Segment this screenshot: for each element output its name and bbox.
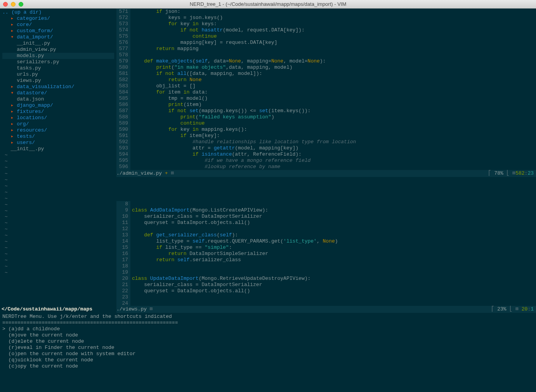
menu-item[interactable]: (d)elete the current node xyxy=(2,338,534,345)
box-icon: ⊠ xyxy=(515,306,519,312)
line-number: 588 xyxy=(116,114,130,120)
line-number: 23 xyxy=(116,294,130,300)
code-line[interactable]: 16 return DataImportSimpleSerializer xyxy=(116,251,536,257)
nerdtree-item[interactable]: data.json xyxy=(2,96,114,102)
code-line[interactable]: 582 return None xyxy=(116,77,536,83)
code-line[interactable]: 18 xyxy=(116,263,536,269)
code-line[interactable]: 577 return mapping xyxy=(116,46,536,52)
menu-item[interactable]: (q)uicklook the current node xyxy=(2,357,534,363)
code-line[interactable]: 17 return self.serializer_class xyxy=(116,257,536,263)
code-line[interactable]: 20class UpdateDataImport(Mongo.RetrieveU… xyxy=(116,276,536,282)
code-line[interactable]: 573 for key in keys: xyxy=(116,21,536,27)
nerdtree-up[interactable]: .. (up a dir) xyxy=(0,9,116,16)
nerdtree-item[interactable]: urls.py xyxy=(2,71,114,78)
nerdtree-item[interactable]: ▾ data_import/ xyxy=(2,34,114,40)
menu-item[interactable]: (c)opy the current node xyxy=(2,363,534,369)
nerdtree-item[interactable]: ▸ django_mapp/ xyxy=(2,102,114,109)
code-line[interactable]: 576 mapping[key] = request.DATA[key] xyxy=(116,40,536,46)
line-number: 576 xyxy=(116,40,130,46)
code-line[interactable]: 571 if json: xyxy=(116,9,536,15)
code-line[interactable]: 574 if not hasattr(model, request.DATA[k… xyxy=(116,27,536,33)
nerdtree-item[interactable]: __init__.py xyxy=(2,40,114,47)
tilde: ~ xyxy=(2,245,114,251)
nerdtree-item[interactable]: ▸ data_visualization/ xyxy=(2,84,114,90)
code-line[interactable]: 589 continue xyxy=(116,120,536,127)
code-line[interactable]: 10 serializer_class = DataImportSerializ… xyxy=(116,213,536,220)
menu-item[interactable]: (r)eveal in Finder the current node xyxy=(2,345,534,351)
nerdtree-menu[interactable]: NERDTree Menu. Use j/k/enter and the sho… xyxy=(0,313,536,392)
nerdtree-item[interactable]: ▸ resources/ xyxy=(2,127,114,134)
nerdtree-item[interactable]: ▸ custom_form/ xyxy=(2,28,114,34)
line-number: 20 xyxy=(116,276,130,282)
code-line[interactable]: 22 queryset = DataImport.objects.all() xyxy=(116,288,536,294)
code-line[interactable]: 9class AddDataImport(Mongo.ListCreateAPI… xyxy=(116,207,536,213)
code-line[interactable]: 15 if list_type == "simple": xyxy=(116,245,536,251)
vim-area[interactable]: .. (up a dir) ▸ categories/ ▸ core/ ▸ cu… xyxy=(0,9,536,392)
code-line[interactable]: 581 if not all([data, mapping, model]): xyxy=(116,71,536,77)
nerdtree-item[interactable]: ▸ categories/ xyxy=(2,16,114,22)
code-line[interactable]: 575 continue xyxy=(116,33,536,40)
nerdtree-item[interactable]: ▸ core/ xyxy=(2,22,114,28)
nerdtree-item[interactable]: admin_view.py xyxy=(2,47,114,53)
tilde: ~ xyxy=(2,232,114,239)
code-line[interactable]: 595 #if we have a mongo reference field xyxy=(116,158,536,164)
editor-pane-top[interactable]: 571 if json:572 keys = json.keys()573 fo… xyxy=(116,9,536,201)
menu-item[interactable]: > (a)dd a childnode xyxy=(2,326,534,332)
code-line[interactable]: 590 for key in mapping.keys(): xyxy=(116,127,536,133)
code-line[interactable]: 572 keys = json.keys() xyxy=(116,15,536,21)
code-line[interactable]: 592 #handle relationships like location … xyxy=(116,139,536,145)
tilde: ~ xyxy=(2,158,114,165)
nerdtree-item[interactable]: models.py xyxy=(2,53,114,59)
code-line[interactable]: 19 xyxy=(116,269,536,276)
nerdtree-item[interactable]: __init__.py xyxy=(2,146,114,152)
nerdtree-panel[interactable]: .. (up a dir) ▸ categories/ ▸ core/ ▸ cu… xyxy=(0,9,116,306)
line-number: 573 xyxy=(116,21,130,27)
editor-pane-middle[interactable]: 89class AddDataImport(Mongo.ListCreateAP… xyxy=(116,201,536,306)
line-number: 578 xyxy=(116,52,130,58)
code-line[interactable]: 579 def make_objects(self, data=None, ma… xyxy=(116,58,536,64)
nerdtree-item[interactable]: ▸ users/ xyxy=(2,140,114,146)
nerdtree-item[interactable]: views.py xyxy=(2,78,114,84)
code-line[interactable]: 593 attr = getattr(model, mapping[key]) xyxy=(116,145,536,151)
line-number: 24 xyxy=(116,300,130,306)
line-number: 17 xyxy=(116,257,130,263)
code-line[interactable]: 586 print(item) xyxy=(116,102,536,108)
nerdtree-item[interactable]: ▸ locations/ xyxy=(2,115,114,121)
tilde: ~ xyxy=(2,220,114,226)
line-number: 592 xyxy=(116,139,130,145)
line-number: 577 xyxy=(116,46,130,52)
nerdtree-root[interactable]: ▸ categories/ ▸ core/ ▸ custom_form/ ▾ d… xyxy=(0,16,116,276)
code-line[interactable]: 594 if isinstance(attr, ReferenceField): xyxy=(116,151,536,158)
line-number: 595 xyxy=(116,158,130,164)
nerdtree-item[interactable]: ▾ datastore/ xyxy=(2,90,114,96)
code-line[interactable]: 588 print("failed keys assumption") xyxy=(116,114,536,120)
code-line[interactable]: 8 xyxy=(116,201,536,207)
code-line[interactable]: 585 tmp = model() xyxy=(116,95,536,102)
code-line[interactable]: 12 xyxy=(116,226,536,232)
line-number: 583 xyxy=(116,83,130,89)
nerdtree-item[interactable]: ▸ org/ xyxy=(2,121,114,127)
code-line[interactable]: 578 xyxy=(116,52,536,58)
nerdtree-item[interactable]: serializers.py xyxy=(2,59,114,65)
nerdtree-item[interactable]: ▸ tests/ xyxy=(2,134,114,140)
code-line[interactable]: 13 def get_serializer_class(self): xyxy=(116,232,536,238)
code-line[interactable]: 591 if item[key]: xyxy=(116,133,536,139)
tilde: ~ xyxy=(2,226,114,232)
nerdtree-item[interactable]: ▸ fixtures/ xyxy=(2,109,114,115)
code-line[interactable]: 580 print("in make objects",data, mappin… xyxy=(116,64,536,71)
code-line[interactable]: 14 list_type = self.request.QUERY_PARAMS… xyxy=(116,238,536,245)
line-number: 8 xyxy=(116,201,130,207)
nerdtree-item[interactable]: tasks.py xyxy=(2,65,114,71)
code-line[interactable]: 587 if not set(mapping.keys()) <= set(it… xyxy=(116,108,536,114)
code-line[interactable]: 24 xyxy=(116,300,536,306)
menu-item[interactable]: (o)pen the current node with system edit… xyxy=(2,351,534,357)
code-line[interactable]: 11 queryset = DataImport.objects.all() xyxy=(116,220,536,226)
code-line[interactable]: 23 xyxy=(116,294,536,300)
code-line[interactable]: 584 for item in data: xyxy=(116,89,536,95)
tilde: ~ xyxy=(2,257,114,264)
tilde: ~ xyxy=(2,208,114,214)
menu-item[interactable]: (m)ove the current node xyxy=(2,332,534,338)
code-line[interactable]: 596 #lookup reference by name xyxy=(116,164,536,170)
code-line[interactable]: 583 obj_list = [] xyxy=(116,83,536,89)
code-line[interactable]: 21 serializer_class = DataImportSerializ… xyxy=(116,282,536,288)
